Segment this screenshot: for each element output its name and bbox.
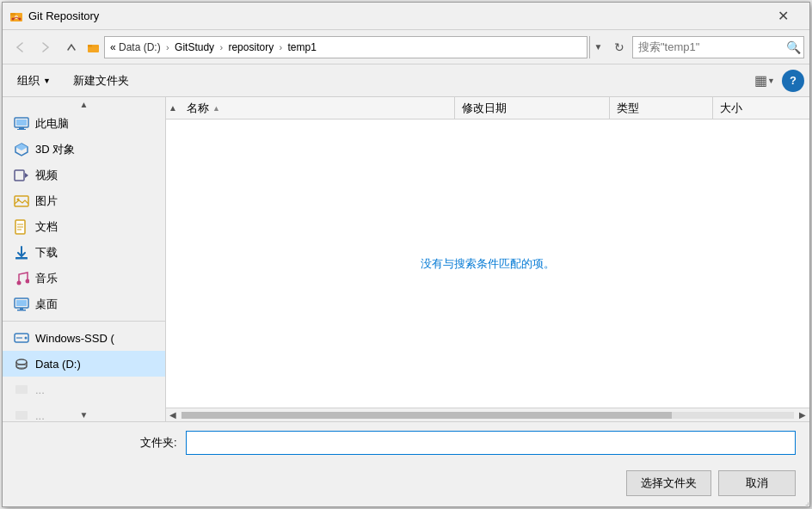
empty-message: 没有与搜索条件匹配的项。: [421, 256, 555, 272]
sidebar-item-windows-ssd[interactable]: Windows-SSD (: [3, 325, 165, 351]
sidebar-label-desktop: 桌面: [35, 297, 58, 312]
file-area: ▲ 名称 ▲ 修改日期 类型 大小 没有与搜索条件匹配的项。: [166, 97, 809, 421]
svg-marker-14: [15, 144, 28, 150]
desktop-icon: [13, 296, 30, 313]
cancel-button[interactable]: 取消: [718, 470, 796, 496]
view-icon: ▦: [754, 72, 767, 89]
sidebar-item-pictures[interactable]: 图片: [3, 188, 165, 214]
sidebar-label-pictures: 图片: [35, 193, 58, 209]
sidebar-label-3d: 3D 对象: [35, 142, 75, 157]
path-dropdown-button[interactable]: ▼: [589, 36, 606, 58]
help-button[interactable]: ?: [782, 70, 804, 92]
refresh-button[interactable]: ↻: [608, 36, 631, 58]
column-header: ▲ 名称 ▲ 修改日期 类型 大小: [166, 97, 809, 120]
sidebar-item-this-pc[interactable]: 此电脑: [3, 111, 165, 137]
sidebar-scroll-up[interactable]: ▲: [3, 97, 165, 111]
forward-button[interactable]: [34, 36, 58, 58]
search-icon[interactable]: 🔍: [786, 40, 801, 54]
column-date[interactable]: 修改日期: [455, 97, 610, 119]
organize-chevron-icon: ▼: [43, 77, 51, 85]
toolbar: 组织 ▼ 新建文件夹 ▦ ▼ ?: [3, 64, 809, 97]
svg-rect-15: [15, 170, 24, 181]
sidebar-item-music[interactable]: 音乐: [3, 266, 165, 291]
select-folder-button[interactable]: 选择文件夹: [626, 470, 711, 496]
content-area: ▲ 此电脑: [3, 97, 809, 421]
svg-rect-28: [17, 310, 26, 311]
hscroll-track[interactable]: [181, 412, 794, 419]
up-button[interactable]: [59, 36, 83, 58]
svg-rect-29: [20, 308, 23, 310]
close-button[interactable]: ✕: [763, 3, 803, 30]
column-name[interactable]: 名称 ▲: [180, 97, 455, 119]
column-type[interactable]: 类型: [610, 97, 713, 119]
sidebar-item-extra1[interactable]: ...: [3, 377, 165, 402]
sidebar-item-videos[interactable]: 视频: [3, 163, 165, 188]
sidebar-item-3d[interactable]: 3D 对象: [3, 137, 165, 163]
sidebar-label-downloads: 下载: [35, 245, 58, 261]
new-folder-button[interactable]: 新建文件夹: [64, 69, 138, 93]
organize-button[interactable]: 组织 ▼: [8, 69, 60, 93]
col-scroll-up[interactable]: ▲: [166, 97, 180, 120]
resize-handle[interactable]: ⌟: [799, 496, 809, 506]
sidebar-item-data-d[interactable]: Data (D:): [3, 351, 165, 377]
sidebar: ▲ 此电脑: [3, 97, 166, 421]
app-icon: [9, 9, 23, 23]
svg-rect-27: [16, 300, 27, 306]
hscroll-thumb[interactable]: [181, 412, 672, 419]
location-icon: [85, 36, 102, 58]
hscroll-right-button[interactable]: ▶: [796, 408, 809, 422]
3d-icon: [13, 141, 30, 158]
back-button[interactable]: [8, 36, 32, 58]
svg-rect-1: [10, 13, 15, 15]
hscroll-left-button[interactable]: ◀: [166, 408, 180, 422]
pc-icon: [13, 115, 30, 132]
sidebar-label-videos: 视频: [35, 168, 58, 183]
address-path[interactable]: « Data (D:) › GitStudy › repository › te…: [104, 36, 587, 58]
column-size[interactable]: 大小: [713, 97, 809, 119]
sidebar-label-extra1: ...: [35, 383, 45, 396]
sidebar-item-downloads[interactable]: 下载: [3, 240, 165, 266]
sidebar-label-windows-ssd: Windows-SSD (: [35, 332, 114, 345]
folder-label: 文件夹:: [140, 435, 177, 451]
svg-point-31: [25, 337, 28, 340]
sidebar-item-documents[interactable]: 文档: [3, 214, 165, 240]
sort-asc-icon: ▲: [212, 104, 220, 113]
svg-rect-8: [88, 45, 92, 47]
path-text: « Data (D:) › GitStudy › repository › te…: [110, 41, 317, 53]
sidebar-label-this-pc: 此电脑: [35, 116, 69, 132]
button-row: 选择文件夹 取消: [3, 463, 809, 506]
search-input[interactable]: [638, 40, 783, 53]
svg-rect-11: [19, 127, 24, 129]
window-title: Git Repository: [28, 9, 763, 22]
svg-rect-35: [15, 385, 28, 394]
drive-icon: [13, 329, 30, 346]
music-icon: [13, 270, 30, 287]
video-icon: [13, 167, 30, 184]
picture-icon: [13, 193, 30, 210]
view-dropdown-icon: ▼: [767, 77, 775, 85]
data-drive-icon: [13, 355, 30, 372]
svg-point-24: [17, 281, 22, 285]
sidebar-item-desktop[interactable]: 桌面: [3, 291, 165, 317]
horizontal-scrollbar[interactable]: ◀ ▶: [166, 408, 809, 421]
search-box[interactable]: 🔍: [632, 36, 804, 58]
addressbar: « Data (D:) › GitStudy › repository › te…: [3, 30, 809, 64]
svg-rect-12: [17, 129, 26, 130]
file-list: 没有与搜索条件匹配的项。: [166, 120, 809, 408]
folder-input-area: 文件夹:: [3, 421, 809, 463]
sidebar-label-music: 音乐: [35, 271, 58, 286]
svg-point-25: [26, 279, 30, 284]
svg-point-33: [16, 359, 27, 365]
svg-rect-23: [15, 257, 28, 260]
document-icon: [13, 218, 30, 236]
svg-marker-16: [25, 173, 28, 178]
sidebar-divider: [3, 321, 165, 322]
download-icon: [13, 244, 30, 261]
sidebar-scroll-down[interactable]: ▼: [3, 408, 165, 421]
sidebar-label-documents: 文档: [35, 219, 58, 235]
dialog-window: Git Repository ✕ « Data (D:) › GitStudy: [2, 2, 810, 507]
view-options-button[interactable]: ▦ ▼: [751, 69, 778, 93]
extra1-icon: [13, 381, 30, 398]
folder-input[interactable]: [186, 431, 796, 455]
sidebar-label-data-d: Data (D:): [35, 358, 81, 371]
